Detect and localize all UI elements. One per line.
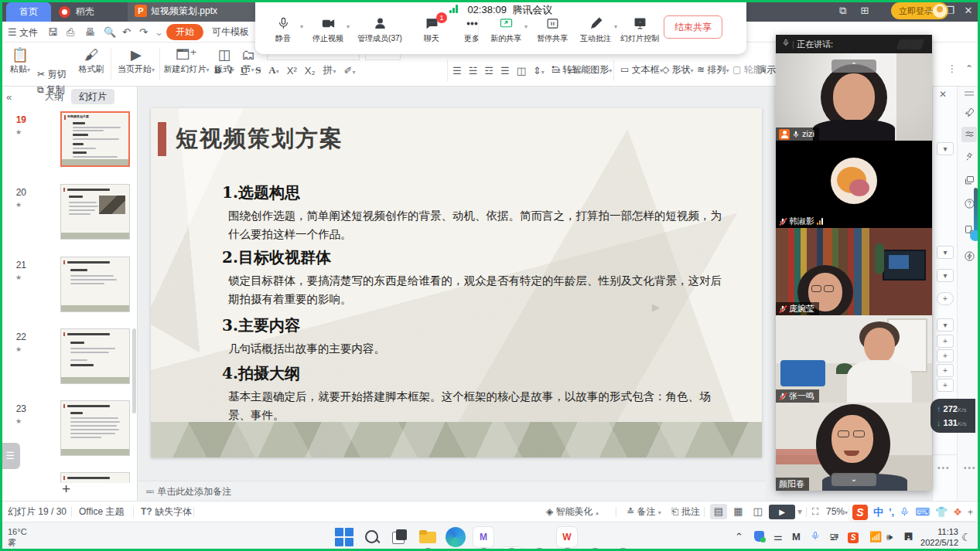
ime-mic-icon[interactable]: [900, 507, 910, 517]
ribbon-tab-start[interactable]: 开始: [166, 24, 203, 40]
minimize-button[interactable]: –: [920, 0, 939, 22]
participant-video-hanshuying[interactable]: 韩淑影: [776, 141, 932, 228]
sogou-tray-icon[interactable]: S: [848, 531, 859, 543]
pinyin-guide-button[interactable]: 拼▾: [323, 63, 336, 77]
slide-thumbnail-20[interactable]: [60, 184, 130, 240]
underline-button[interactable]: U: [241, 64, 248, 77]
dropdown-button[interactable]: ▾: [937, 246, 954, 259]
windows-stack-icon[interactable]: [961, 173, 977, 189]
m-tray-icon[interactable]: M: [792, 531, 801, 542]
print-icon[interactable]: 🖶: [85, 25, 95, 39]
redo-icon[interactable]: ↷: [139, 25, 148, 39]
workspace-grid-icon[interactable]: ⊞: [855, 0, 874, 22]
annotate-button[interactable]: ▾ 互动批注: [574, 17, 617, 44]
arrange-button[interactable]: ≋ 排列▾: [697, 63, 729, 77]
paste-button[interactable]: 📋 粘贴▾: [6, 46, 34, 75]
sidebar-handle-icon[interactable]: [965, 91, 974, 93]
slide-19[interactable]: 短视频策划方案 1.选题构思 围绕创作选题，简单阐述短视频创作的背景、动机、依据…: [151, 108, 762, 457]
close-button[interactable]: ✕: [959, 0, 978, 22]
superscript-button[interactable]: X²: [287, 65, 297, 77]
ribbon-more-icon[interactable]: ⋮: [948, 63, 957, 74]
weather-widget[interactable]: 16°C 雾: [8, 526, 27, 548]
taskbar-search-icon[interactable]: [362, 527, 382, 547]
plus-button[interactable]: +: [937, 335, 954, 348]
plus-circle-button[interactable]: +: [937, 292, 954, 305]
mic-tray-icon[interactable]: [811, 531, 820, 543]
plus-button[interactable]: +: [937, 364, 954, 377]
undo-icon[interactable]: ↶: [122, 25, 131, 39]
new-share-button[interactable]: ▾ 新的共享: [484, 17, 528, 44]
save-icon[interactable]: 🖫: [48, 25, 58, 39]
fit-slide-icon[interactable]: ⛶: [812, 502, 818, 522]
columns-icon[interactable]: ◫: [517, 65, 526, 77]
tab-home[interactable]: 首页: [6, 2, 51, 22]
align-left-icon[interactable]: ☰: [452, 65, 462, 77]
play-from-current-button[interactable]: ▶ 当页开始▾: [114, 46, 158, 75]
notes-toggle[interactable]: ≛ 备注 ▾: [627, 502, 661, 522]
slideshow-button[interactable]: ▶: [769, 505, 795, 519]
ime-keyboard-icon[interactable]: ⌨: [915, 506, 930, 518]
start-button[interactable]: [334, 527, 354, 547]
rocket-icon[interactable]: [961, 105, 977, 121]
login-button[interactable]: 立即登录: [891, 2, 948, 19]
tab-document[interactable]: P 短视频策划.pptx: [128, 0, 259, 22]
edge-icon[interactable]: [446, 527, 466, 547]
outline-handle-icon[interactable]: ☰: [0, 443, 20, 469]
subscript-button[interactable]: X₂: [305, 65, 316, 77]
plus-button[interactable]: +: [937, 349, 954, 362]
plus-button[interactable]: +: [937, 379, 954, 392]
clock[interactable]: 11:13 2022/5/12: [920, 526, 958, 548]
pane-close-icon[interactable]: ✕: [939, 89, 947, 100]
window-count-icon[interactable]: ⧉: [834, 0, 852, 22]
dropdown-button[interactable]: ▾: [937, 142, 954, 155]
slide-sorter-icon[interactable]: ▦: [729, 504, 746, 519]
m-app-icon[interactable]: M: [473, 527, 493, 547]
night-mode-icon[interactable]: ☾: [961, 531, 971, 543]
wifi-icon[interactable]: 📶: [869, 531, 882, 542]
reading-view-icon[interactable]: ◫: [750, 504, 767, 519]
notes-bar[interactable]: ≕ 单击此处添加备注: [138, 481, 766, 501]
task-view-icon[interactable]: [390, 527, 410, 547]
end-share-button[interactable]: 结束共享: [664, 15, 722, 39]
wps-icon[interactable]: W: [557, 527, 577, 547]
present-button[interactable]: 演示: [757, 63, 776, 77]
add-slide-button[interactable]: +: [62, 481, 70, 498]
participant-video-zhangyiming[interactable]: 张一鸣: [776, 315, 932, 403]
comments-toggle[interactable]: ⎗ 批注: [671, 502, 700, 522]
font-color-button[interactable]: A▾: [268, 64, 278, 77]
shape-button[interactable]: ◇ 形状▾: [662, 63, 694, 77]
panel-expand-button[interactable]: ⌄: [831, 473, 876, 486]
battery-icon[interactable]: 🖪: [903, 531, 913, 542]
sidebar-more-dots-icon[interactable]: •••: [964, 464, 977, 472]
chevron-down-icon[interactable]: ⌄: [155, 25, 163, 39]
normal-view-icon[interactable]: ▤: [710, 504, 727, 519]
chat-button[interactable]: 1 聊天: [410, 17, 453, 44]
participant-video-zizi[interactable]: ⌃ zizi: [776, 53, 932, 141]
slide-thumbnail-19[interactable]: 短视频策划方案: [60, 111, 130, 167]
zoom-level[interactable]: 75%▾: [826, 502, 848, 522]
lightning-circle-icon[interactable]: [961, 249, 977, 264]
ime-skin-icon[interactable]: 👕: [935, 506, 948, 518]
scroll-indicator-bar[interactable]: [974, 188, 978, 234]
file-explorer-icon[interactable]: [418, 527, 438, 547]
slide-thumbnail-21[interactable]: [60, 257, 130, 312]
pane-more-dots-icon[interactable]: •••: [937, 464, 951, 472]
panel-collapse-button[interactable]: ⌃: [831, 60, 876, 73]
thumbnail-scrollbar[interactable]: [132, 328, 136, 413]
bold-button[interactable]: B: [214, 64, 221, 77]
beautify-button[interactable]: ◈ 智能美化 ▴: [546, 502, 599, 522]
missing-font-warning[interactable]: T? 缺失字体: [141, 502, 192, 522]
new-slide-button[interactable]: 🗔⁺ 新建幻灯片▾: [162, 46, 210, 75]
ime-grid-icon[interactable]: ❖: [953, 506, 962, 518]
scroll-indicator-dot[interactable]: [970, 230, 980, 241]
ribbon-tab-keniu[interactable]: 可牛模板: [212, 26, 249, 39]
ime-lang-toggle[interactable]: 中: [873, 505, 883, 519]
slide-thumbnail-23[interactable]: [60, 400, 130, 456]
panel-collapse-icon[interactable]: «: [6, 91, 12, 103]
format-painter-button[interactable]: 🖌 格式刷: [74, 46, 108, 75]
ime-expand-icon[interactable]: +: [968, 507, 973, 518]
security-shield-icon[interactable]: [754, 531, 764, 544]
magic-wand-icon[interactable]: [961, 150, 977, 165]
output-icon[interactable]: ⎙: [67, 25, 74, 39]
sogou-icon[interactable]: S: [852, 505, 868, 520]
